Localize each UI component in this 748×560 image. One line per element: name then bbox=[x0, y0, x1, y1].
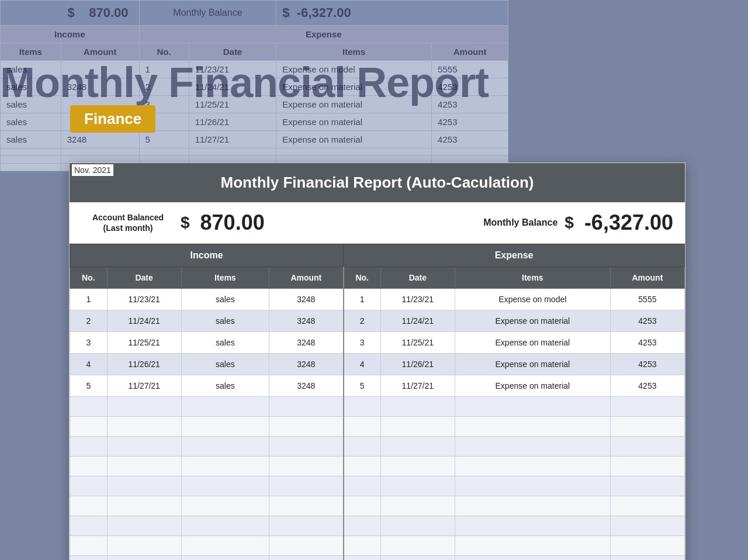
income-amount-cell: 3248 bbox=[269, 375, 344, 397]
income-items-cell: sales bbox=[181, 354, 269, 375]
income-date-cell bbox=[107, 417, 181, 437]
expense-amount-cell bbox=[610, 516, 684, 536]
balance-row: Account Balanced(Last month) $ 870.00 Mo… bbox=[70, 202, 685, 244]
report-card: Monthly Financial Report (Auto-Caculatio… bbox=[69, 163, 685, 560]
expense-items-cell bbox=[455, 437, 610, 457]
income-no-cell: 1 bbox=[70, 289, 108, 310]
income-items-cell bbox=[181, 516, 269, 536]
income-items-cell bbox=[181, 556, 269, 561]
income-date-cell: 11/24/21 bbox=[107, 310, 181, 332]
expense-no-cell: 5 bbox=[344, 375, 381, 397]
income-amount-cell bbox=[269, 516, 344, 536]
expense-no-cell bbox=[344, 536, 381, 556]
income-no-cell bbox=[70, 536, 108, 556]
expense-date-cell bbox=[380, 457, 455, 476]
expense-items-col-header: Items bbox=[455, 267, 610, 289]
income-no-cell bbox=[70, 457, 108, 476]
bg-items-header: Items bbox=[1, 43, 61, 61]
income-amount-cell bbox=[269, 556, 344, 561]
finance-badge: Finance bbox=[70, 105, 155, 133]
expense-items-cell bbox=[455, 417, 610, 437]
expense-amount-cell bbox=[610, 556, 684, 561]
expense-date-cell bbox=[380, 476, 455, 496]
income-amount-cell bbox=[269, 437, 344, 457]
income-no-cell bbox=[70, 516, 108, 536]
income-items-cell bbox=[181, 397, 269, 417]
income-amount-cell bbox=[269, 417, 344, 437]
expense-date-col-header: Date bbox=[380, 267, 455, 289]
expense-items-cell: Expense on material bbox=[455, 332, 610, 354]
income-amount-cell bbox=[269, 476, 344, 496]
expense-amount-cell bbox=[610, 457, 684, 476]
expense-date-cell bbox=[380, 417, 455, 437]
income-date-cell: 11/27/21 bbox=[107, 375, 181, 397]
income-items-cell bbox=[181, 496, 269, 516]
expense-no-cell bbox=[344, 556, 381, 561]
expense-date-cell bbox=[380, 556, 455, 561]
expense-no-cell: 3 bbox=[344, 332, 381, 354]
monthly-dollar-sign: $ bbox=[565, 213, 574, 232]
bg-no-header: No. bbox=[139, 43, 189, 61]
income-date-cell bbox=[107, 556, 181, 561]
income-amount-cell bbox=[269, 457, 344, 476]
income-no-col-header: No. bbox=[70, 267, 108, 289]
income-amount-cell bbox=[269, 397, 344, 417]
expense-amount-cell bbox=[610, 397, 684, 417]
expense-no-cell bbox=[344, 457, 381, 476]
monthly-balance-label: Monthly Balance bbox=[483, 217, 557, 228]
income-items-cell: sales bbox=[181, 289, 269, 310]
expense-amount-cell: 4253 bbox=[610, 354, 684, 375]
expense-no-cell bbox=[344, 397, 381, 417]
income-amount-cell: 3248 bbox=[269, 332, 344, 354]
expense-date-cell: 11/25/21 bbox=[380, 332, 455, 354]
expense-amount-col-header: Amount bbox=[610, 267, 684, 289]
expense-no-col-header: No. bbox=[344, 267, 381, 289]
expense-no-cell bbox=[344, 516, 381, 536]
income-amount-cell: 3248 bbox=[269, 354, 344, 375]
expense-items-cell: Expense on material bbox=[455, 310, 610, 332]
income-date-cell: 11/26/21 bbox=[107, 354, 181, 375]
expense-no-cell bbox=[344, 476, 381, 496]
expense-items-cell: Expense on model bbox=[455, 289, 610, 310]
expense-section-header: Expense bbox=[344, 244, 685, 267]
expense-date-cell: 11/24/21 bbox=[380, 310, 455, 332]
income-items-cell: sales bbox=[181, 310, 269, 332]
expense-amount-cell: 5555 bbox=[610, 289, 684, 310]
expense-date-cell: 11/27/21 bbox=[380, 375, 455, 397]
income-date-cell: 11/23/21 bbox=[107, 289, 181, 310]
account-balanced-value: 870.00 bbox=[200, 210, 478, 235]
expense-no-cell: 1 bbox=[344, 289, 381, 310]
income-items-cell: sales bbox=[181, 332, 269, 354]
expense-amount-cell: 4253 bbox=[610, 332, 684, 354]
income-section-header: Income bbox=[70, 244, 344, 267]
expense-items-cell bbox=[455, 536, 610, 556]
expense-amount-cell bbox=[610, 417, 684, 437]
bg-exp-amount-header: Amount bbox=[432, 43, 508, 61]
income-amount-col-header: Amount bbox=[269, 267, 344, 289]
income-items-col-header: Items bbox=[181, 267, 269, 289]
income-no-cell bbox=[70, 476, 108, 496]
income-no-cell: 3 bbox=[70, 332, 108, 354]
report-date: Nov. 2021 bbox=[72, 164, 113, 176]
income-date-cell bbox=[107, 437, 181, 457]
bg-date-header: Date bbox=[189, 43, 276, 61]
income-amount-cell: 3248 bbox=[269, 289, 344, 310]
bg-amount-header: Amount bbox=[61, 43, 139, 61]
income-items-cell bbox=[181, 476, 269, 496]
income-no-cell bbox=[70, 556, 108, 561]
expense-amount-cell bbox=[610, 476, 684, 496]
expense-amount-cell bbox=[610, 536, 684, 556]
income-items-cell bbox=[181, 417, 269, 437]
expense-items-cell bbox=[455, 496, 610, 516]
expense-items-cell bbox=[455, 397, 610, 417]
income-date-cell bbox=[107, 496, 181, 516]
income-items-cell bbox=[181, 437, 269, 457]
expense-no-cell: 4 bbox=[344, 354, 381, 375]
income-no-cell bbox=[70, 496, 108, 516]
account-balanced-label: Account Balanced(Last month) bbox=[81, 212, 175, 233]
expense-items-cell bbox=[455, 556, 610, 561]
expense-no-cell bbox=[344, 417, 381, 437]
income-date-cell bbox=[107, 397, 181, 417]
income-date-cell bbox=[107, 457, 181, 476]
expense-date-cell bbox=[380, 397, 455, 417]
